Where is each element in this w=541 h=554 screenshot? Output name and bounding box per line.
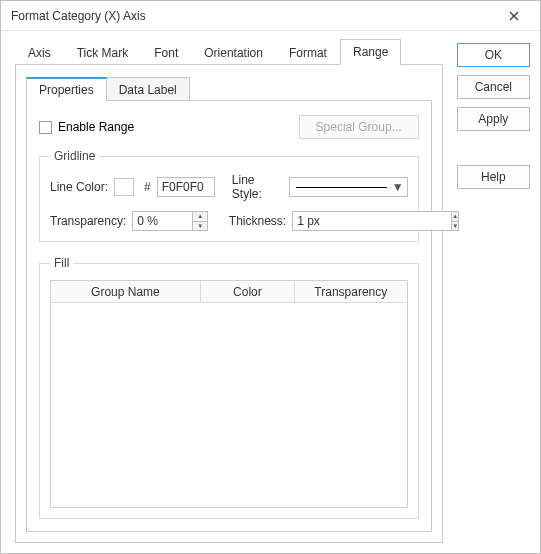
cancel-button[interactable]: Cancel	[457, 75, 530, 99]
line-style-select[interactable]: ▼	[289, 177, 408, 197]
ok-button[interactable]: OK	[457, 43, 530, 67]
spin-down-icon[interactable]: ▼	[452, 222, 458, 231]
tab-font[interactable]: Font	[141, 39, 191, 65]
gridline-legend: Gridline	[50, 149, 99, 163]
thickness-input[interactable]	[292, 211, 451, 231]
spin-up-icon[interactable]: ▲	[452, 212, 458, 222]
line-style-preview	[296, 187, 387, 188]
thickness-label: Thickness:	[229, 214, 286, 228]
fill-legend: Fill	[50, 256, 73, 270]
hash-symbol: #	[144, 180, 151, 194]
inner-tab-data-label[interactable]: Data Label	[106, 77, 190, 101]
close-button[interactable]	[496, 4, 532, 28]
enable-range-row: Enable Range Special Group...	[39, 115, 419, 139]
line-color-hex-input[interactable]	[157, 177, 215, 197]
transparency-input[interactable]	[132, 211, 192, 231]
right-pane: OK Cancel Apply Help	[457, 39, 530, 543]
window-title: Format Category (X) Axis	[11, 9, 496, 23]
fill-group: Fill Group Name Color Transparency	[39, 256, 419, 519]
special-group-button[interactable]: Special Group...	[299, 115, 419, 139]
apply-button[interactable]: Apply	[457, 107, 530, 131]
dialog-window: Format Category (X) Axis Axis Tick Mark …	[0, 0, 541, 554]
thickness-spinner[interactable]: ▲ ▼	[292, 211, 422, 231]
line-color-swatch[interactable]	[114, 178, 134, 196]
chevron-down-icon: ▼	[393, 180, 403, 194]
tab-orientation[interactable]: Orientation	[191, 39, 276, 65]
col-color[interactable]: Color	[201, 281, 295, 302]
enable-range-label: Enable Range	[58, 120, 134, 134]
inner-page-properties: Enable Range Special Group... Gridline L…	[26, 100, 432, 532]
tab-page-range: Properties Data Label Enable Range Speci…	[15, 65, 443, 543]
fill-table-body	[51, 303, 407, 507]
spin-up-icon[interactable]: ▲	[193, 212, 207, 222]
main-tabstrip: Axis Tick Mark Font Orientation Format R…	[15, 39, 443, 65]
dialog-body: Axis Tick Mark Font Orientation Format R…	[1, 31, 540, 553]
line-color-label: Line Color:	[50, 180, 108, 194]
titlebar: Format Category (X) Axis	[1, 1, 540, 31]
enable-range-checkbox[interactable]	[39, 121, 52, 134]
transparency-spin-buttons[interactable]: ▲ ▼	[192, 211, 208, 231]
fill-table-header: Group Name Color Transparency	[51, 281, 407, 303]
inner-tabstrip: Properties Data Label	[26, 77, 432, 101]
tab-tick-mark[interactable]: Tick Mark	[64, 39, 142, 65]
col-transparency[interactable]: Transparency	[295, 281, 407, 302]
transparency-spinner[interactable]: ▲ ▼	[132, 211, 208, 231]
spin-down-icon[interactable]: ▼	[193, 222, 207, 231]
gridline-group: Gridline Line Color: # Line Style:	[39, 149, 419, 242]
tab-range[interactable]: Range	[340, 39, 401, 65]
thickness-spin-buttons[interactable]: ▲ ▼	[451, 211, 459, 231]
left-pane: Axis Tick Mark Font Orientation Format R…	[15, 39, 443, 543]
close-icon	[509, 11, 519, 21]
tab-axis[interactable]: Axis	[15, 39, 64, 65]
line-style-label: Line Style:	[232, 173, 283, 201]
fill-table: Group Name Color Transparency	[50, 280, 408, 508]
transparency-label: Transparency:	[50, 214, 126, 228]
tab-format[interactable]: Format	[276, 39, 340, 65]
help-button[interactable]: Help	[457, 165, 530, 189]
inner-tab-properties[interactable]: Properties	[26, 77, 107, 101]
col-group-name[interactable]: Group Name	[51, 281, 201, 302]
